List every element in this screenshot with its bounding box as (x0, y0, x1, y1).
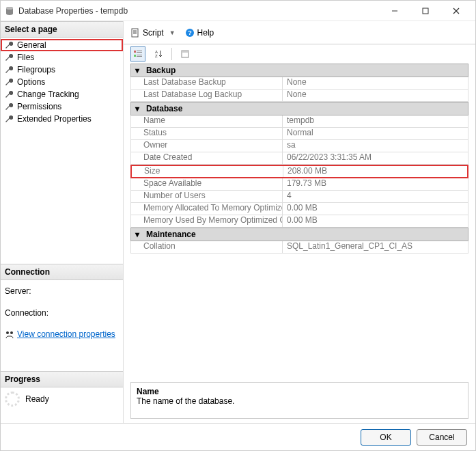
connection-label: Connection: (5, 306, 48, 321)
property-row[interactable]: Nametempdb (130, 115, 468, 128)
view-connection-link[interactable]: View connection properties (17, 327, 115, 342)
help-button[interactable]: ? Help (185, 28, 214, 38)
sidebar-item-filegroups[interactable]: Filegroups (1, 64, 123, 76)
property-row[interactable]: Space Available179.73 MB (130, 178, 468, 191)
property-row[interactable]: Memory Allocated To Memory Optimized Obj… (130, 203, 468, 215)
property-key: Status (131, 128, 283, 139)
description-pane: Name The name of the database. (130, 382, 468, 419)
wrench-icon (5, 115, 13, 123)
svg-rect-16 (137, 52, 142, 53)
property-key: Date Created (131, 152, 283, 164)
property-key: Space Available (131, 178, 283, 190)
chevron-down-icon[interactable]: ▾ (131, 104, 143, 113)
wrench-icon (5, 41, 13, 49)
category-database[interactable]: ▾Database (130, 102, 468, 115)
sidebar-item-extended-properties[interactable]: Extended Properties (1, 113, 123, 125)
property-key: Owner (131, 140, 283, 152)
script-button[interactable]: Script ▼ (130, 28, 178, 38)
wrench-icon (5, 102, 13, 111)
property-row[interactable]: CollationSQL_Latin1_General_CP1_CI_AS (130, 241, 468, 254)
svg-rect-19 (137, 56, 142, 57)
property-pages-button[interactable] (178, 46, 193, 62)
chevron-down-icon[interactable]: ▾ (131, 66, 143, 75)
property-row[interactable]: Last Database BackupNone (130, 77, 468, 90)
property-value: None (283, 77, 468, 89)
help-label: Help (197, 28, 214, 38)
property-grid[interactable]: ▾BackupLast Database BackupNoneLast Data… (124, 64, 475, 378)
cancel-button[interactable]: Cancel (417, 429, 467, 446)
svg-rect-18 (137, 55, 142, 55)
svg-rect-23 (182, 51, 188, 53)
sidebar-item-change-tracking[interactable]: Change Tracking (1, 88, 123, 100)
grid-toolbar: AZ (124, 44, 475, 64)
property-key: Last Database Log Backup (131, 90, 283, 101)
property-value: Normal (283, 128, 468, 139)
close-button[interactable] (440, 1, 471, 20)
svg-point-6 (6, 331, 9, 334)
property-value: 4 (283, 191, 468, 202)
window-title: Database Properties - tempdb (18, 6, 128, 16)
property-value: 0.00 MB (283, 203, 468, 215)
sidebar-item-general[interactable]: General (1, 39, 123, 51)
property-key: Last Database Backup (131, 77, 283, 89)
property-key: Size (132, 166, 283, 177)
minimize-button[interactable] (379, 1, 410, 20)
maximize-button[interactable] (410, 1, 440, 20)
svg-rect-14 (134, 51, 136, 53)
titlebar: Database Properties - tempdb (1, 1, 475, 21)
property-value: 179.73 MB (283, 178, 468, 190)
dialog-footer: OK Cancel (1, 423, 475, 450)
category-backup[interactable]: ▾Backup (130, 64, 468, 77)
page-list: GeneralFilesFilegroupsOptionsChange Trac… (1, 38, 123, 126)
sidebar-item-permissions[interactable]: Permissions (1, 100, 123, 113)
wrench-icon (5, 78, 13, 86)
script-label: Script (143, 28, 164, 38)
select-page-header: Select a page (1, 21, 123, 38)
left-panel: Select a page GeneralFilesFilegroupsOpti… (1, 21, 124, 423)
server-label: Server: (5, 284, 31, 299)
chevron-down-icon[interactable]: ▾ (131, 230, 143, 239)
svg-rect-8 (132, 29, 138, 37)
alphabetical-view-button[interactable]: AZ (151, 46, 166, 62)
property-row[interactable]: Date Created06/22/2023 3:31:35 AM (130, 152, 468, 165)
property-row[interactable]: Memory Used By Memory Optimized Objects0… (130, 215, 468, 228)
progress-block: Ready (1, 387, 123, 411)
svg-rect-15 (137, 51, 142, 51)
right-panel: Script ▼ ? Help AZ (124, 21, 475, 423)
chevron-down-icon[interactable]: ▼ (167, 29, 178, 36)
property-value: sa (283, 140, 468, 152)
property-key: Name (131, 115, 283, 127)
property-row[interactable]: Number of Users4 (130, 191, 468, 203)
property-row[interactable]: StatusNormal (130, 128, 468, 140)
property-value: 06/22/2023 3:31:35 AM (283, 152, 468, 164)
svg-text:?: ? (188, 29, 192, 36)
property-row[interactable]: Ownersa (130, 140, 468, 152)
property-value: tempdb (283, 115, 468, 127)
property-key: Collation (131, 241, 283, 253)
connection-icon (5, 330, 14, 340)
dialog-window: Database Properties - tempdb Select a pa… (0, 0, 476, 451)
ok-button[interactable]: OK (361, 429, 411, 446)
svg-rect-3 (423, 8, 428, 14)
progress-spinner-icon (5, 392, 20, 407)
toolbar: Script ▼ ? Help (124, 21, 475, 44)
connection-header: Connection (1, 264, 123, 280)
property-row[interactable]: Size208.00 MB (130, 165, 468, 178)
sidebar-item-options[interactable]: Options (1, 76, 123, 88)
property-value: 0.00 MB (283, 215, 468, 227)
categorized-view-button[interactable] (130, 46, 145, 62)
description-body: The name of the database. (137, 396, 462, 406)
category-maintenance[interactable]: ▾Maintenance (130, 228, 468, 241)
wrench-icon (5, 53, 13, 62)
property-key: Number of Users (131, 191, 283, 202)
sidebar-item-files[interactable]: Files (1, 51, 123, 64)
progress-header: Progress (1, 371, 123, 387)
connection-block: Server: Connection: View connection prop… (1, 280, 123, 351)
svg-point-1 (6, 7, 13, 10)
property-key: Memory Allocated To Memory Optimized Obj… (131, 203, 283, 215)
svg-text:Z: Z (155, 54, 158, 58)
svg-rect-17 (134, 55, 136, 57)
description-title: Name (137, 387, 462, 396)
progress-status: Ready (25, 394, 49, 404)
property-row[interactable]: Last Database Log BackupNone (130, 90, 468, 102)
